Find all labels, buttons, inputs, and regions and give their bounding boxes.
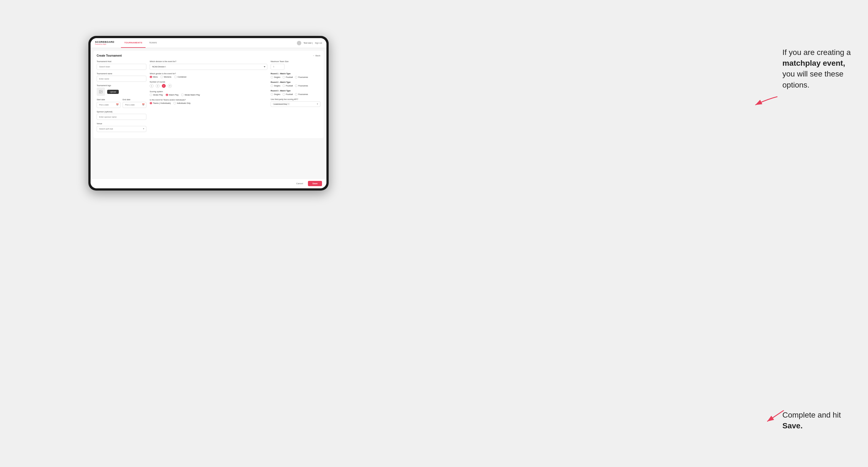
scoring-radio-group: Stroke Play Match Play Medal Match Play (150, 94, 267, 96)
round1-match-label: Round 1 - Match Type (271, 73, 320, 74)
venue-input[interactable] (97, 126, 146, 132)
end-date-label: End date (123, 99, 146, 100)
form-footer: Cancel Save (91, 178, 327, 188)
gender-womens[interactable]: Womens (160, 76, 172, 78)
radio-mens[interactable] (150, 76, 152, 78)
max-team-size-input[interactable] (271, 64, 284, 70)
start-date-input[interactable] (97, 102, 120, 108)
round1-singles-label: Singles (274, 76, 280, 78)
round2-singles[interactable]: Singles (271, 85, 280, 87)
round2-foursomes[interactable]: Foursomes (295, 85, 308, 87)
radio-r3-fourball[interactable] (282, 93, 285, 96)
round1-match-type-group: Round 1 - Match Type Singles Fourball (271, 73, 320, 79)
round2-fourball[interactable]: Fourball (282, 85, 293, 87)
round1-foursomes[interactable]: Foursomes (295, 76, 308, 79)
tournament-host-group: Tournament Host (97, 60, 146, 70)
radio-r3-foursomes[interactable] (295, 93, 298, 96)
round-1[interactable]: 1 (150, 84, 154, 88)
tournament-name-input[interactable] (97, 76, 146, 82)
remove-tag-icon[interactable]: × (288, 103, 289, 105)
radio-r2-singles[interactable] (271, 85, 273, 87)
round1-options: Singles Fourball Foursomes (271, 76, 320, 79)
rounds-group: Number of rounds 1 2 3 4 (150, 81, 267, 88)
dropdown-chevron-icon: ▼ (316, 103, 318, 105)
radio-r1-singles[interactable] (271, 76, 273, 79)
tournament-name-label: Tournament name (97, 73, 146, 74)
back-link[interactable]: ← Back (313, 54, 320, 57)
radio-stroke[interactable] (150, 94, 152, 96)
division-label: Which division is the event for? (150, 60, 267, 62)
radio-r1-fourball[interactable] (282, 76, 285, 79)
sponsor-label: Sponsor (optional) (97, 111, 146, 113)
svg-point-1 (100, 91, 100, 91)
tab-tournaments[interactable]: TOURNAMENTS (121, 38, 146, 48)
individuals-option[interactable]: Individuals Only (174, 102, 190, 104)
tab-teams[interactable]: TEAMS (146, 38, 160, 48)
teams-option-label: Teams (+Individuals) (153, 102, 171, 104)
end-date-input[interactable] (123, 102, 146, 108)
arrow-save (765, 408, 786, 424)
content-area: Create Tournament ← Back Tournament Host… (91, 48, 327, 178)
radio-r1-foursomes[interactable] (295, 76, 298, 79)
round3-fourball[interactable]: Fourball (282, 93, 293, 96)
division-group: Which division is the event for? NCAA Di… (150, 60, 267, 70)
round3-match-type-group: Round 3 - Match Type Singles Fourball (271, 90, 320, 96)
round3-options: Singles Fourball Foursomes (271, 93, 320, 96)
start-date-group: Start date 📅 (97, 99, 120, 108)
round-2[interactable]: 2 (156, 84, 160, 88)
round3-singles[interactable]: Singles (271, 93, 280, 96)
radio-r2-fourball[interactable] (282, 85, 285, 87)
radio-teams[interactable] (150, 102, 152, 104)
teams-option[interactable]: Teams (+Individuals) (150, 102, 171, 104)
round2-singles-label: Singles (274, 85, 280, 87)
third-party-group: Use third-party live scoring API? Leader… (271, 98, 320, 107)
scoring-stroke-label: Stroke Play (153, 94, 163, 96)
brand-logo: SCOREBOARD Powered by clippit (95, 41, 114, 45)
sign-out-link[interactable]: Sign out (315, 42, 322, 44)
radio-r2-foursomes[interactable] (295, 85, 298, 87)
radio-medal[interactable] (181, 94, 184, 96)
round3-foursomes[interactable]: Foursomes (295, 93, 308, 96)
date-row: Start date 📅 End date (97, 99, 146, 108)
save-button[interactable]: Save (308, 181, 322, 186)
scoring-match[interactable]: Match Play (166, 94, 179, 96)
end-date-wrapper: 📅 (123, 102, 146, 108)
third-party-select[interactable]: Leaderboard King × ▼ (271, 101, 320, 107)
brand-subtitle: Powered by clippit (95, 44, 114, 45)
division-select[interactable]: NCAA Division I (150, 64, 267, 70)
radio-womens[interactable] (160, 76, 163, 78)
round-3[interactable]: 3 (162, 84, 166, 88)
gender-combined-label: Combined (178, 76, 186, 78)
scoring-stroke[interactable]: Stroke Play (150, 94, 163, 96)
gender-radio-group: Mens Womens Combined (150, 76, 267, 78)
start-date-wrapper: 📅 (97, 102, 120, 108)
nav-tabs: TOURNAMENTS TEAMS (121, 38, 160, 48)
round1-singles[interactable]: Singles (271, 76, 280, 79)
teams-group: Is this event for Teams and/or Individua… (150, 99, 267, 104)
round1-fourball[interactable]: Fourball (282, 76, 293, 79)
radio-individuals[interactable] (174, 102, 176, 104)
tournament-host-input[interactable] (97, 64, 146, 70)
nav-right: Test User | Sign out (297, 41, 322, 45)
round-4[interactable]: 4 (168, 84, 172, 88)
radio-match[interactable] (166, 94, 168, 96)
gender-combined[interactable]: Combined (174, 76, 186, 78)
max-team-size-group: Maximum Team Size (271, 60, 320, 70)
venue-label: Venue (97, 123, 146, 125)
round2-fourball-label: Fourball (286, 85, 293, 87)
scoring-medal-label: Medal Match Play (184, 94, 200, 96)
radio-r3-singles[interactable] (271, 93, 273, 96)
round2-options: Singles Fourball Foursomes (271, 85, 320, 87)
scoring-medal[interactable]: Medal Match Play (181, 94, 200, 96)
radio-combined[interactable] (174, 76, 177, 78)
cancel-button[interactable]: Cancel (293, 181, 306, 186)
gender-mens[interactable]: Mens (150, 76, 158, 78)
venue-dropdown-icon: ▼ (143, 128, 145, 130)
tournament-name-group: Tournament name (97, 73, 146, 82)
gender-label: Which gender is the event for? (150, 73, 267, 74)
sponsor-group: Sponsor (optional) (97, 111, 146, 120)
round1-fourball-label: Fourball (286, 76, 293, 78)
sponsor-input[interactable] (97, 114, 146, 120)
annotation-matchplay: If you are creating a matchplay event, y… (782, 47, 860, 90)
upload-button[interactable]: Upload (107, 90, 119, 94)
